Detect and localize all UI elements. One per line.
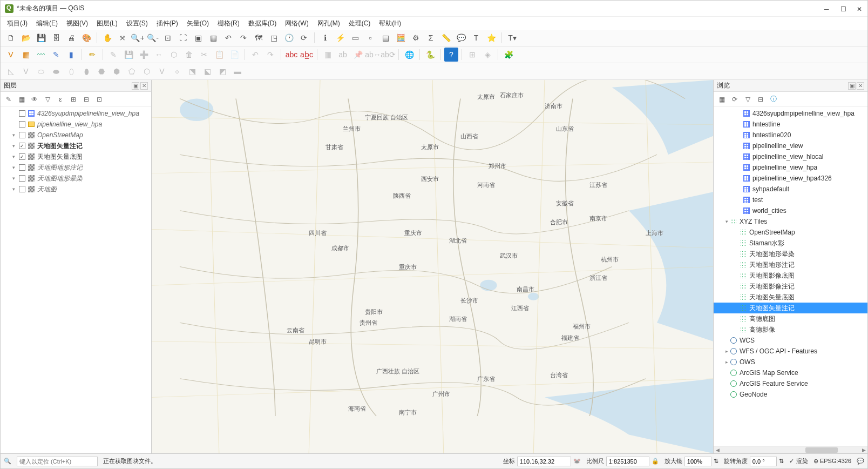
map-canvas[interactable]: 石家庄市太原市宁夏回族 自治区济南市兰州市山西省山东省甘肃省太原市郑州市西安市河… (152, 80, 713, 453)
toolbox-button[interactable]: ⚙ (409, 31, 423, 45)
coord-input[interactable] (517, 457, 571, 466)
label-rule-button[interactable]: ab̲c (300, 48, 314, 62)
deselect-button[interactable]: ▫ (363, 31, 377, 45)
zoom-full-button[interactable]: ⛶ (176, 31, 190, 45)
menu-item[interactable]: 处理(C) (345, 18, 374, 29)
service-item[interactable]: GeoNode (714, 389, 867, 400)
menu-item[interactable]: 栅格(R) (214, 18, 243, 29)
text-annotation-button[interactable]: T▾ (505, 31, 519, 45)
bookmark-button[interactable]: ⭐ (484, 31, 498, 45)
zoom-native-button[interactable]: ⊡ (161, 31, 175, 45)
layer-checkbox[interactable]: ✓ (19, 153, 25, 160)
expander-icon[interactable]: ▾ (10, 154, 17, 159)
stepper-icon[interactable]: ⇅ (779, 458, 784, 465)
visibility-icon[interactable]: 👁 (30, 95, 39, 104)
map-tips-button[interactable]: 💬 (454, 31, 468, 45)
filter-icon[interactable]: ▽ (43, 95, 52, 104)
table-item[interactable]: pipelinelline_view_hpa (714, 162, 867, 173)
menu-item[interactable]: 图层(L) (93, 18, 121, 29)
menu-item[interactable]: 编辑(E) (33, 18, 61, 29)
xyz-tile-item[interactable]: 天地图矢量底图 (714, 292, 867, 303)
refresh-button[interactable]: ⟳ (297, 31, 311, 45)
statistics-button[interactable]: Σ (424, 31, 438, 45)
save-button[interactable]: 💾 (34, 31, 48, 45)
xyz-tile-item[interactable]: 天地图地形注记 (714, 259, 867, 270)
new-map-button[interactable]: 🗺 (252, 31, 266, 45)
annotation-button[interactable]: T (469, 31, 483, 45)
layers-tree[interactable]: 4326syupdmpipelinelline_view_hpa pipelin… (1, 107, 151, 453)
xyz-tile-item[interactable]: 高德影像 (714, 324, 867, 335)
zoom-selection-button[interactable]: ▣ (191, 31, 205, 45)
open-project-button[interactable]: 📂 (19, 31, 33, 45)
table-item[interactable]: 4326syupdmpipelinelline_view_hpa (714, 108, 867, 119)
expander-icon[interactable]: ▸ (723, 349, 730, 354)
browser-tree[interactable]: 4326syupdmpipelinelline_view_hpahntestli… (714, 107, 867, 446)
locator-input[interactable] (17, 457, 98, 466)
xyz-tile-item[interactable]: 天地图地形晕染 (714, 249, 867, 259)
add-group-icon[interactable]: ▦ (17, 95, 26, 104)
menu-item[interactable]: 网孔(M) (314, 18, 343, 29)
table-item[interactable]: hntestline020 (714, 130, 867, 140)
maximize-button[interactable]: ☐ (840, 5, 847, 12)
help-button[interactable]: ? (444, 48, 458, 62)
add-delimited-button[interactable]: ✎ (49, 48, 63, 62)
new-project-button[interactable]: 🗋 (4, 31, 18, 45)
expand-icon[interactable]: ⊞ (69, 95, 78, 104)
xyz-tile-item[interactable]: 天地图影像注记 (714, 281, 867, 292)
zoom-out-button[interactable]: 🔍- (146, 31, 160, 45)
menu-item[interactable]: 插件(P) (153, 18, 181, 29)
menu-item[interactable]: 视图(V) (63, 18, 91, 29)
expander-icon[interactable]: ▾ (10, 186, 17, 192)
field-calc-button[interactable]: 🧮 (394, 31, 408, 45)
stepper-icon[interactable]: ⇅ (714, 458, 718, 465)
attribute-table-button[interactable]: ▤ (378, 31, 392, 45)
table-item[interactable]: pipelinelline_view_hpa4326 (714, 173, 867, 184)
properties-icon[interactable]: ⓘ (769, 95, 778, 104)
browser-hscroll[interactable]: ◀ ▶ (714, 446, 867, 453)
lock-scale-icon[interactable]: 🔒 (652, 458, 659, 465)
layer-checkbox[interactable]: ✓ (19, 143, 25, 149)
xyz-tile-item[interactable]: 天地图影像底图 (714, 270, 867, 281)
add-raster-button[interactable]: ▦ (19, 48, 33, 62)
panel-close-button[interactable]: ✕ (857, 82, 864, 90)
table-item[interactable]: world_cities (714, 205, 867, 216)
service-item[interactable]: ArcGIS Map Service (714, 367, 867, 378)
service-item[interactable]: WCS (714, 335, 867, 346)
close-button[interactable]: ✕ (857, 5, 863, 12)
xyz-tile-item[interactable]: Staman水彩 (714, 238, 867, 249)
layer-item[interactable]: ▾ ✓ 天地图矢量注记 (1, 140, 151, 151)
menu-item[interactable]: 矢量(O) (184, 18, 212, 29)
pan-button[interactable]: ✋ (100, 31, 114, 45)
scroll-right-icon[interactable]: ▶ (860, 447, 867, 453)
print-layout-button[interactable]: 🖨 (64, 31, 78, 45)
identify-button[interactable]: ℹ (318, 31, 332, 45)
magnifier-input[interactable] (684, 457, 711, 466)
layer-item[interactable]: ▾ OpenStreetMap (1, 130, 151, 140)
menu-item[interactable]: 网络(W) (282, 18, 311, 29)
collapse-icon[interactable]: ⊟ (82, 95, 91, 104)
layer-checkbox[interactable] (19, 164, 25, 171)
zoom-in-button[interactable]: 🔍+ (131, 31, 145, 45)
new-3d-button[interactable]: ◳ (267, 31, 281, 45)
table-item[interactable]: test (714, 195, 867, 205)
zoom-last-button[interactable]: ↶ (221, 31, 235, 45)
service-item[interactable]: ▸WFS / OGC API - Features (714, 346, 867, 357)
table-item[interactable]: hntestline (714, 119, 867, 130)
label-button[interactable]: abc (284, 48, 299, 62)
python-console-button[interactable]: 🐍 (423, 48, 437, 62)
zoom-next-button[interactable]: ↷ (236, 31, 250, 45)
menu-item[interactable]: 帮助(H) (376, 18, 404, 29)
refresh-icon[interactable]: ⟳ (730, 95, 740, 104)
remove-icon[interactable]: ⊡ (94, 95, 104, 104)
style-manager-button[interactable]: 🎨 (79, 31, 93, 45)
menu-item[interactable]: 项目(J) (4, 18, 31, 29)
select-button[interactable]: ▭ (348, 31, 362, 45)
temporal-button[interactable]: 🕐 (282, 31, 296, 45)
style-icon[interactable]: ✎ (4, 95, 13, 104)
layer-item[interactable]: ▾ 天地图 (1, 184, 151, 195)
zoom-layer-button[interactable]: ▦ (206, 31, 220, 45)
layer-checkbox[interactable] (19, 110, 25, 117)
crs-button[interactable]: ⊕ EPSG:4326 (813, 458, 851, 465)
layer-item[interactable]: 4326syupdmpipelinelline_view_hpa (1, 108, 151, 119)
render-checkbox[interactable]: ✓ (789, 458, 794, 465)
